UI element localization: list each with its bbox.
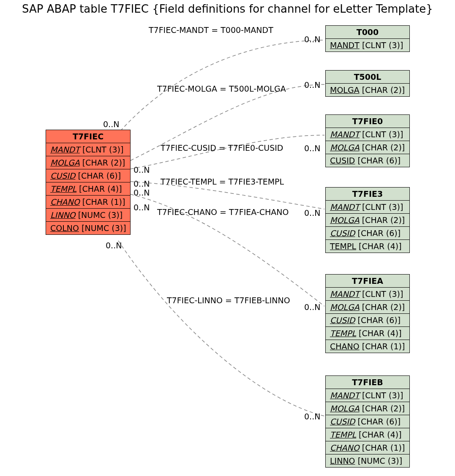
field-row: CUSID [CHAR (6)] (326, 227, 409, 240)
field-row: CHANO [CHAR (1)] (326, 340, 409, 353)
entity-t7fie3: T7FIE3 MANDT [CLNT (3)] MOLGA [CHAR (2)]… (325, 187, 410, 253)
entity-t7fiea: T7FIEA MANDT [CLNT (3)] MOLGA [CHAR (2)]… (325, 274, 410, 353)
cardinality: 0..N (304, 80, 320, 90)
entity-header: T7FIE0 (326, 115, 409, 128)
field-row: CHANO [CHAR (1)] (46, 196, 130, 209)
field-row: MANDT [CLNT (3)] (326, 288, 409, 301)
entity-t7fie0: T7FIE0 MANDT [CLNT (3)] MOLGA [CHAR (2)]… (325, 114, 410, 167)
field-row: MANDT [CLNT (3)] (326, 389, 409, 402)
field-row: MOLGA [CHAR (2)] (326, 141, 409, 154)
relation-label: T7FIEC-CHANO = T7FIEA-CHANO (157, 207, 289, 217)
relation-label: T7FIEC-CUSID = T7FIE0-CUSID (161, 143, 283, 152)
cardinality: 0..N (304, 35, 320, 44)
cardinality: 0..N (304, 412, 320, 421)
entity-header: T7FIEB (326, 376, 409, 389)
field-row: MOLGA [CHAR (2)] (46, 156, 130, 169)
field-row: TEMPL [CHAR (4)] (326, 327, 409, 340)
entity-t000: T000 MANDT [CLNT (3)] (325, 25, 410, 52)
field-row: CUSID [CHAR (6)] (326, 314, 409, 327)
cardinality: 0..N (103, 120, 119, 129)
cardinality: 0..N (134, 203, 150, 212)
field-row: MANDT [CLNT (3)] (326, 128, 409, 141)
field-row: MOLGA [CHAR (2)] (326, 84, 409, 96)
entity-header: T500L (326, 71, 409, 84)
relation-label: T7FIEC-MOLGA = T500L-MOLGA (157, 84, 286, 93)
relation-label: T7FIEC-MANDT = T000-MANDT (149, 25, 273, 35)
field-row: TEMPL [CHAR (4)] (326, 240, 409, 253)
cardinality: 0..N (106, 241, 122, 250)
cardinality: 0..N (304, 302, 320, 312)
relation-label: T7FIEC-TEMPL = T7FIE3-TEMPL (161, 177, 284, 186)
entity-t500l: T500L MOLGA [CHAR (2)] (325, 70, 410, 97)
field-row: MANDT [CLNT (3)] (326, 39, 409, 52)
entity-header: T000 (326, 26, 409, 39)
field-row: MANDT [CLNT (3)] (46, 143, 130, 156)
cardinality: 0..N (134, 165, 150, 174)
field-row: LINNO [NUMC (3)] (46, 209, 130, 222)
cardinality: 0..N (134, 179, 150, 188)
field-row: TEMPL [CHAR (4)] (46, 182, 130, 196)
entity-t7fiec: T7FIEC MANDT [CLNT (3)] MOLGA [CHAR (2)]… (46, 130, 131, 235)
entity-header: T7FIEC (46, 130, 130, 143)
field-row: CUSID [CHAR (6)] (326, 415, 409, 428)
field-row: MOLGA [CHAR (2)] (326, 402, 409, 415)
field-row: COLNO [NUMC (3)] (46, 222, 130, 234)
field-row: MOLGA [CHAR (2)] (326, 301, 409, 314)
field-row: LINNO [NUMC (3)] (326, 454, 409, 467)
field-row: CUSID [CHAR (6)] (326, 154, 409, 167)
field-row: MOLGA [CHAR (2)] (326, 214, 409, 227)
relation-label: T7FIEC-LINNO = T7FIEB-LINNO (167, 296, 290, 305)
field-row: CHANO [CHAR (1)] (326, 441, 409, 454)
field-row: TEMPL [CHAR (4)] (326, 428, 409, 441)
entity-t7fieb: T7FIEB MANDT [CLNT (3)] MOLGA [CHAR (2)]… (325, 375, 410, 468)
entity-header: T7FIE3 (326, 188, 409, 201)
field-row: MANDT [CLNT (3)] (326, 201, 409, 214)
field-row: CUSID [CHAR (6)] (46, 169, 130, 182)
cardinality: 0..N (304, 208, 320, 218)
diagram-title: SAP ABAP table T7FIEC {Field definitions… (0, 3, 455, 15)
entity-header: T7FIEA (326, 275, 409, 288)
cardinality: 0..N (134, 188, 150, 197)
cardinality: 0..N (304, 144, 320, 153)
